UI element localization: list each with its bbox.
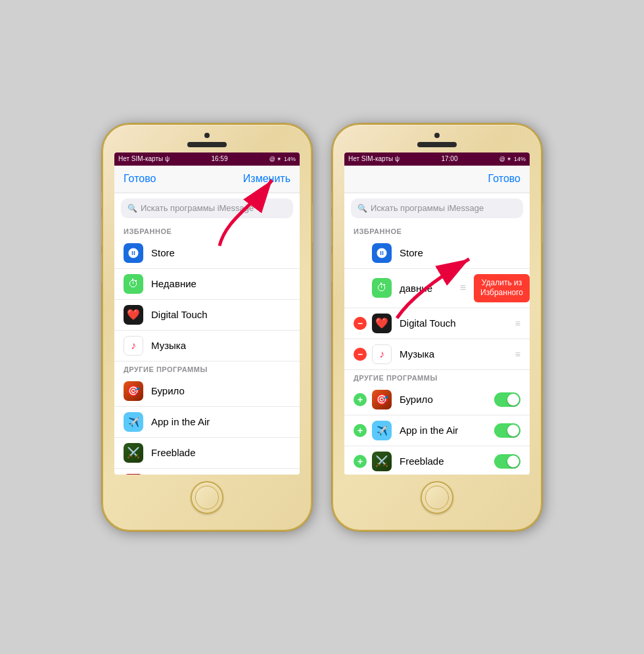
power-button	[311, 204, 313, 243]
status-time-1: 16:59	[211, 155, 227, 162]
list-item-music-1[interactable]: ♪ Музыка	[114, 331, 300, 362]
list-item-guns-1[interactable]: 🔫 Guns of Boom	[114, 469, 300, 475]
volume-up-button	[101, 217, 103, 246]
app-icon-burilo-1: 🎯	[124, 381, 143, 401]
app-name-burilo-1: Бурило	[151, 385, 185, 396]
app-icon-touch-2: ❤️	[372, 314, 392, 333]
screen-container-2: Нет SIM-карты ψ 17:00 @ ✴ 14% Готово 🔍 И…	[344, 147, 530, 475]
volume-down-button	[101, 253, 103, 283]
status-left-1: Нет SIM-карты ψ	[118, 155, 170, 162]
app-icon-music-2: ♪	[372, 344, 392, 364]
nav-done-2[interactable]: Готово	[488, 173, 520, 185]
screen-2: Нет SIM-карты ψ 17:00 @ ✴ 14% Готово 🔍 И…	[344, 152, 530, 475]
nav-bar-1: Готово Изменить	[114, 166, 300, 193]
list-item-recent-1[interactable]: ⏱ Недавние	[114, 269, 300, 300]
app-icon-recent-1: ⏱	[124, 274, 143, 294]
camera	[204, 133, 210, 138]
list-item-recent-2[interactable]: ⏱ давние ≡ Удалить изИзбранного	[344, 269, 530, 308]
list-item-air-1[interactable]: ✈️ App in the Air	[114, 407, 300, 438]
drag-handle-touch: ≡	[515, 318, 520, 329]
speaker	[187, 142, 227, 147]
mute-button-2	[331, 191, 333, 209]
status-bar-1: Нет SIM-карты ψ 16:59 @ ✴ 14%	[114, 152, 300, 166]
power-button-2	[541, 204, 543, 243]
app-icon-air-1: ✈️	[124, 412, 143, 432]
home-button-inner-2	[425, 486, 449, 509]
phone-1: Нет SIM-карты ψ 16:59 @ ✴ 14% Готово Изм…	[102, 124, 312, 531]
toggle-burilo[interactable]	[494, 392, 520, 407]
add-circle-burilo[interactable]: +	[354, 393, 367, 406]
delete-circle-touch[interactable]: −	[354, 317, 367, 330]
list-item-store-2[interactable]: Store	[344, 238, 530, 269]
list-item-burilo-1[interactable]: 🎯 Бурило	[114, 376, 300, 407]
drag-handle-recent: ≡	[460, 282, 466, 294]
mute-button	[101, 191, 103, 209]
list-item-air-2[interactable]: + ✈️ App in the Air	[344, 415, 530, 446]
section-header-other-2: ДРУГИЕ ПРОГРАММЫ	[344, 370, 530, 385]
toggle-freeblade[interactable]	[494, 454, 520, 469]
app-icon-freeblade-1: ⚔️	[124, 443, 143, 463]
app-icon-touch-1: ❤️	[124, 305, 143, 325]
speaker-2	[417, 142, 457, 147]
list-item-touch-1[interactable]: ❤️ Digital Touch	[114, 300, 300, 331]
home-button-2[interactable]	[421, 481, 453, 514]
phone-top-2	[333, 125, 541, 147]
app-icon-freeblade-2: ⚔️	[372, 452, 392, 471]
home-button-1[interactable]	[191, 481, 223, 514]
nav-done-1[interactable]: Готово	[124, 173, 156, 185]
phone-2: Нет SIM-карты ψ 17:00 @ ✴ 14% Готово 🔍 И…	[332, 124, 542, 531]
list-item-touch-2[interactable]: − ❤️ Digital Touch ≡	[344, 308, 530, 339]
volume-up-button-2	[331, 217, 333, 246]
section-header-favorites-2: ИЗБРАННОЕ	[344, 223, 530, 238]
search-icon-2: 🔍	[357, 204, 367, 213]
app-name-air-2: App in the Air	[400, 425, 458, 436]
app-icon-guns-1: 🔫	[124, 474, 143, 475]
app-name-air-1: App in the Air	[151, 416, 210, 427]
app-name-store-2: Store	[400, 247, 423, 258]
nav-edit-1[interactable]: Изменить	[243, 173, 290, 185]
phones-container: Нет SIM-карты ψ 16:59 @ ✴ 14% Готово Изм…	[102, 124, 542, 531]
home-button-inner-1	[195, 486, 219, 509]
list-item-freeblade-1[interactable]: ⚔️ Freeblade	[114, 438, 300, 469]
app-name-touch-1: Digital Touch	[151, 309, 208, 320]
camera-2	[434, 133, 440, 138]
list-item-freeblade-2[interactable]: + ⚔️ Freeblade	[344, 446, 530, 475]
toggle-air[interactable]	[494, 423, 520, 438]
app-icon-burilo-2: 🎯	[372, 390, 392, 409]
drag-handle-music: ≡	[515, 349, 520, 360]
status-right-2: @ ✴ 14%	[499, 156, 526, 162]
app-icon-recent-2: ⏱	[372, 278, 392, 298]
app-name-music-2: Музыка	[400, 348, 434, 360]
add-circle-freeblade[interactable]: +	[354, 455, 367, 468]
search-icon-1: 🔍	[127, 204, 137, 213]
status-time-2: 17:00	[441, 155, 457, 162]
phone-top	[103, 125, 311, 147]
status-left-2: Нет SIM-карты ψ	[348, 155, 400, 162]
nav-bar-2: Готово	[344, 166, 530, 193]
app-name-burilo-2: Бурило	[400, 394, 433, 405]
delete-button-recent[interactable]: Удалить изИзбранного	[474, 274, 530, 302]
list-item-burilo-2[interactable]: + 🎯 Бурило	[344, 385, 530, 415]
search-bar-2[interactable]: 🔍 Искать программы iMessage	[351, 199, 523, 218]
app-name-touch-2: Digital Touch	[400, 317, 456, 329]
section-header-other-1: ДРУГИЕ ПРОГРАММЫ	[114, 362, 300, 376]
status-right-1: @ ✴ 14%	[269, 156, 296, 162]
app-name-recent-2: давние	[400, 283, 432, 294]
search-placeholder-2: Искать программы iMessage	[371, 203, 484, 213]
screen-1: Нет SIM-карты ψ 16:59 @ ✴ 14% Готово Изм…	[114, 152, 300, 475]
delete-circle-music[interactable]: −	[354, 348, 367, 361]
app-name-recent-1: Недавние	[151, 278, 196, 289]
app-name-freeblade-2: Freeblade	[400, 455, 444, 467]
list-item-music-2[interactable]: − ♪ Музыка ≡	[344, 339, 530, 370]
status-bar-2: Нет SIM-карты ψ 17:00 @ ✴ 14%	[344, 152, 530, 166]
app-name-music-1: Музыка	[151, 340, 186, 351]
section-header-favorites-1: ИЗБРАННОЕ	[114, 223, 300, 238]
add-circle-air[interactable]: +	[354, 424, 367, 437]
app-icon-air-2: ✈️	[372, 421, 392, 440]
list-item-store-1[interactable]: Store	[114, 238, 300, 269]
app-icon-store-1	[124, 243, 143, 263]
app-icon-store-2	[372, 243, 392, 263]
search-placeholder-1: Искать программы iMessage	[141, 203, 254, 213]
search-bar-1[interactable]: 🔍 Искать программы iMessage	[121, 199, 293, 218]
app-name-freeblade-1: Freeblade	[151, 447, 196, 458]
